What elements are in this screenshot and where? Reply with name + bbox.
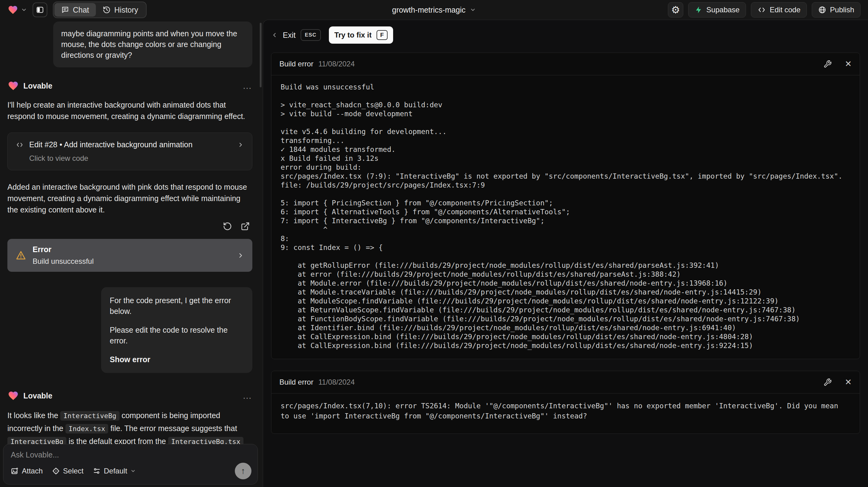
build-error-header: Build error 11/08/2024 ✕: [271, 53, 860, 75]
chevron-right-icon: [237, 142, 244, 148]
lovable-logo-menu[interactable]: [7, 5, 27, 15]
edit-code-label: Edit code: [770, 5, 800, 14]
message-actions: [7, 222, 252, 231]
chat-bubble-icon: [61, 6, 69, 14]
panel-left-icon: [36, 6, 44, 14]
topbar: Chat History growth-metrics-magic ⚙: [0, 0, 868, 20]
message-menu-button[interactable]: …: [243, 84, 252, 87]
external-link-icon[interactable]: [241, 222, 250, 231]
chat-scrollbar[interactable]: [260, 23, 261, 87]
error-detail-panel: Exit ESC Try to fix it F Build error 11/…: [263, 20, 868, 487]
panel-header: Exit ESC Try to fix it F: [271, 24, 860, 46]
wrench-icon[interactable]: [824, 60, 832, 68]
build-error-panel-1: Build error 11/08/2024 ✕ Build was unsuc…: [271, 53, 860, 359]
chat-panel: maybe diagramming points and when you mo…: [0, 20, 263, 487]
globe-icon: [818, 6, 826, 14]
chevron-down-icon: [130, 468, 136, 474]
f-key-badge: F: [376, 30, 388, 40]
build-error-panel-2: Build error 11/08/2024 ✕ src/pages/Index…: [271, 371, 860, 434]
build-error-title: Build error: [279, 60, 313, 68]
user-message-text: maybe diagramming points and when you mo…: [61, 29, 237, 59]
message-menu-button[interactable]: …: [243, 394, 252, 397]
attach-button[interactable]: Attach: [11, 467, 43, 475]
select-label: Select: [63, 467, 84, 475]
publish-label: Publish: [830, 5, 854, 14]
exit-button[interactable]: Exit ESC: [271, 29, 321, 41]
chat-history-tabs: Chat History: [53, 2, 147, 18]
chevron-down-icon: [470, 7, 476, 13]
error-card[interactable]: Error Build unsuccessful: [7, 239, 252, 272]
chevron-down-icon: [21, 7, 27, 13]
assistant-header: Lovable …: [7, 390, 252, 401]
esc-key-badge: ESC: [301, 29, 321, 41]
mode-label: Default: [104, 467, 127, 475]
assistant-name: Lovable: [23, 82, 52, 90]
mode-dropdown[interactable]: Default: [93, 467, 136, 475]
warning-triangle-icon: [16, 250, 26, 261]
assistant-text: Added an interactive background with pin…: [7, 181, 252, 215]
try-to-fix-button[interactable]: Try to fix it F: [329, 26, 393, 44]
edit-code-button[interactable]: Edit code: [751, 2, 807, 18]
assistant-header: Lovable …: [7, 80, 252, 91]
arrow-up-icon: ↑: [241, 466, 245, 476]
build-error-console: Build was unsuccessful > vite_react_shad…: [281, 83, 850, 350]
code-icon: [757, 6, 766, 13]
user-message-text: For the code present, I get the error be…: [110, 295, 244, 317]
build-error-console: src/pages/Index.tsx(7,10): error TS2614:…: [281, 401, 850, 421]
build-error-title: Build error: [279, 378, 313, 387]
chat-scroll-area: maybe diagramming points and when you mo…: [0, 20, 263, 487]
project-title-menu[interactable]: growth-metrics-magic: [392, 5, 476, 14]
user-message-text: Please edit the code to resolve the erro…: [110, 325, 244, 346]
tab-history-label: History: [114, 5, 138, 14]
publish-button[interactable]: Publish: [812, 2, 861, 18]
chevron-right-icon: [237, 252, 244, 259]
tab-chat-label: Chat: [73, 5, 89, 14]
exit-label: Exit: [283, 31, 296, 40]
error-card-title: Error: [33, 245, 94, 254]
close-icon[interactable]: ✕: [845, 59, 852, 69]
lovable-heart-icon: [7, 5, 19, 15]
sidebar-toggle-button[interactable]: [33, 2, 47, 17]
code-icon: [16, 142, 24, 148]
history-icon: [103, 6, 111, 14]
assistant-text: I'll help create an interactive backgrou…: [7, 99, 252, 122]
build-error-date: 11/08/2024: [318, 60, 355, 68]
edit-card-subtitle: Click to view code: [29, 154, 244, 163]
select-button[interactable]: Select: [52, 467, 84, 475]
chevron-left-icon: [271, 32, 278, 38]
user-message: maybe diagramming points and when you mo…: [53, 22, 252, 67]
error-card-subtitle: Build unsuccessful: [33, 257, 94, 266]
lovable-heart-icon: [7, 390, 19, 401]
supabase-button[interactable]: Supabase: [688, 2, 746, 18]
supabase-bolt-icon: [695, 6, 703, 14]
project-title: growth-metrics-magic: [392, 5, 466, 14]
wrench-icon[interactable]: [824, 378, 832, 387]
lovable-heart-icon: [7, 80, 19, 91]
send-button[interactable]: ↑: [235, 463, 251, 479]
user-message: For the code present, I get the error be…: [101, 287, 252, 373]
assistant-name: Lovable: [23, 391, 52, 400]
build-error-header: Build error 11/08/2024 ✕: [271, 371, 860, 394]
show-error-link[interactable]: Show error: [110, 354, 244, 365]
composer-input[interactable]: Ask Lovable...: [11, 450, 250, 459]
image-plus-icon: [11, 467, 19, 475]
attach-label: Attach: [22, 467, 43, 475]
tab-chat[interactable]: Chat: [54, 3, 96, 17]
settings-button[interactable]: ⚙: [668, 2, 683, 18]
gear-icon: ⚙: [671, 4, 680, 16]
composer: Ask Lovable... Attach: [3, 444, 258, 485]
tab-history[interactable]: History: [96, 3, 145, 17]
restore-icon[interactable]: [223, 222, 232, 231]
try-to-fix-label: Try to fix it: [334, 31, 372, 39]
sliders-icon: [93, 467, 101, 475]
edit-card-title: Edit #28 • Add interactive background an…: [29, 140, 192, 149]
build-error-date: 11/08/2024: [318, 378, 355, 387]
close-icon[interactable]: ✕: [845, 377, 852, 387]
supabase-label: Supabase: [706, 5, 740, 14]
crosshair-icon: [52, 467, 60, 475]
edit-card-28[interactable]: Edit #28 • Add interactive background an…: [7, 132, 252, 170]
